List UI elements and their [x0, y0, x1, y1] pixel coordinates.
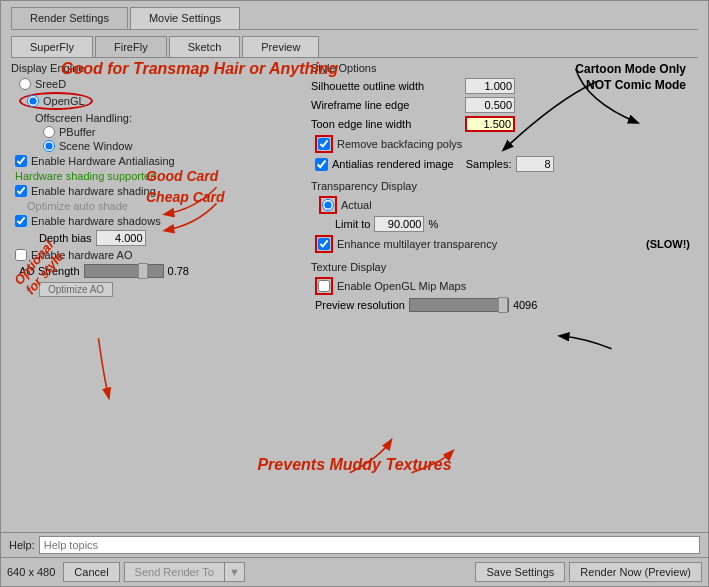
transparency-title: Transparency Display: [311, 180, 698, 192]
speed-radio-row: SreeD: [19, 78, 301, 90]
samples-label: Samples:: [466, 158, 512, 170]
hw-shading-row: Enable hardware shading: [15, 185, 301, 197]
actual-highlight: [319, 196, 337, 214]
size-label: 640 x 480: [7, 566, 55, 578]
render-now-button[interactable]: Render Now (Preview): [569, 562, 702, 582]
optimize-auto-row: Optimize auto shade: [27, 200, 301, 212]
toon-label: Toon edge line width: [311, 118, 461, 130]
silhouette-row: Silhouette outline width: [311, 78, 698, 94]
silhouette-input[interactable]: [465, 78, 515, 94]
wireframe-input[interactable]: [465, 97, 515, 113]
antialias-label: Antialias rendered image: [332, 158, 454, 170]
limit-to-input[interactable]: [374, 216, 424, 232]
preview-res-row: Preview resolution 4096: [315, 298, 698, 312]
actual-label: Actual: [341, 199, 372, 211]
enhance-label: Enhance multilayer transparency: [337, 238, 497, 250]
scene-window-radio[interactable]: [43, 140, 55, 152]
texture-section: Texture Display Enable OpenGL Mip Maps P…: [311, 261, 698, 312]
scene-window-radio-row: Scene Window: [43, 140, 301, 152]
enhance-row: Enhance multilayer transparency: [315, 235, 698, 253]
preview-res-slider[interactable]: [409, 298, 509, 312]
toon-row: Toon edge line width: [311, 116, 698, 132]
remove-backfacing-label: Remove backfacing polys: [337, 138, 462, 150]
depth-bias-row: Depth bias 4.000: [39, 230, 301, 246]
actual-radio[interactable]: [322, 199, 334, 211]
tab-superfly[interactable]: SuperFly: [11, 36, 93, 57]
content-area: Good for Transmap Hair or Anything Carto…: [1, 58, 708, 532]
send-render-arrow[interactable]: ▼: [224, 562, 245, 582]
limit-to-row: Limit to %: [335, 216, 698, 232]
wireframe-row: Wireframe line edge: [311, 97, 698, 113]
tab-render-settings[interactable]: Render Settings: [11, 7, 128, 29]
hw-ao-label: Enable hardware AO: [31, 249, 133, 261]
optimize-ao-button[interactable]: Optimize AO: [39, 282, 113, 297]
samples-input[interactable]: [516, 156, 554, 172]
percent-label: %: [428, 218, 438, 230]
enhance-highlight: [315, 235, 333, 253]
opengl-label: OpenGL: [43, 95, 85, 107]
mip-maps-checkbox[interactable]: [318, 280, 330, 292]
top-tab-bar: Render Settings Movie Settings: [1, 1, 708, 29]
hw-antialiasing-checkbox[interactable]: [15, 155, 27, 167]
hw-shadows-checkbox[interactable]: [15, 215, 27, 227]
hw-shading-label: Enable hardware shading: [31, 185, 156, 197]
hw-antialiasing-label: Enable Hardware Antialiasing: [31, 155, 175, 167]
limit-to-label: Limit to: [335, 218, 370, 230]
hw-shadows-row: Enable hardware shadows: [15, 215, 301, 227]
remove-backfacing-row: Remove backfacing polys: [315, 135, 698, 153]
speed-label: SreeD: [35, 78, 66, 90]
tab-preview[interactable]: Preview: [242, 36, 319, 57]
enhance-checkbox[interactable]: [318, 238, 330, 250]
hw-shading-checkbox[interactable]: [15, 185, 27, 197]
display-engine-title: Display Engine: [11, 62, 301, 74]
ao-slider-container: 0.78: [84, 264, 196, 278]
tab-movie-settings[interactable]: Movie Settings: [130, 7, 240, 29]
actual-radio-row: Actual: [319, 196, 698, 214]
remove-backfacing-checkbox[interactable]: [318, 138, 330, 150]
opengl-ring: OpenGL: [19, 92, 93, 110]
antialias-row: Antialias rendered image Samples:: [315, 156, 698, 172]
help-bar: Help:: [1, 532, 708, 557]
hw-ao-row: Enable hardware AO: [15, 249, 301, 261]
ao-strength-slider[interactable]: [84, 264, 164, 278]
preview-res-value: 4096: [513, 299, 545, 311]
columns-container: Display Engine SreeD OpenGL Offscreen Ha…: [1, 58, 708, 532]
offscreen-section: Offscreen Handling: PBuffer Scene Window: [35, 112, 301, 152]
hw-antialiasing-row: Enable Hardware Antialiasing: [15, 155, 301, 167]
depth-bias-input[interactable]: 4.000: [96, 230, 146, 246]
transparency-section: Transparency Display Actual Limit to %: [311, 180, 698, 253]
tab-sketch[interactable]: Sketch: [169, 36, 241, 57]
opengl-radio[interactable]: [27, 95, 39, 107]
mip-maps-label: Enable OpenGL Mip Maps: [337, 280, 466, 292]
right-column: Style Options Silhouette outline width W…: [311, 62, 698, 528]
hw-ao-checkbox[interactable]: [15, 249, 27, 261]
left-column: Display Engine SreeD OpenGL Offscreen Ha…: [11, 62, 301, 528]
preview-res-label: Preview resolution: [315, 299, 405, 311]
speed-radio[interactable]: [19, 78, 31, 90]
send-render-button[interactable]: Send Render To: [124, 562, 224, 582]
antialias-checkbox[interactable]: [315, 158, 328, 171]
pbuffer-label: PBuffer: [59, 126, 96, 138]
send-group: Send Render To ▼: [124, 562, 245, 582]
action-bar: 640 x 480 Cancel Send Render To ▼ Save S…: [1, 557, 708, 586]
cancel-button[interactable]: Cancel: [63, 562, 119, 582]
ao-strength-row: AO Strength 0.78: [19, 264, 301, 278]
pbuffer-radio[interactable]: [43, 126, 55, 138]
ao-slider-value: 0.78: [168, 265, 196, 277]
style-options-title: Style Options: [311, 62, 698, 74]
wireframe-label: Wireframe line edge: [311, 99, 461, 111]
silhouette-label: Silhouette outline width: [311, 80, 461, 92]
toon-input[interactable]: [465, 116, 515, 132]
optimize-auto-label: Optimize auto shade: [27, 200, 128, 212]
help-input[interactable]: [39, 536, 700, 554]
hw-supported-label: Hardware shading supported: [15, 170, 301, 182]
opengl-radio-row: OpenGL: [19, 92, 301, 110]
mip-highlight: [315, 277, 333, 295]
ao-strength-label: AO Strength: [19, 265, 80, 277]
help-label: Help:: [9, 539, 35, 551]
offscreen-title: Offscreen Handling:: [35, 112, 301, 124]
save-settings-button[interactable]: Save Settings: [475, 562, 565, 582]
remove-backfacing-highlight: [315, 135, 333, 153]
texture-title: Texture Display: [311, 261, 698, 273]
tab-firefly[interactable]: FireFly: [95, 36, 167, 57]
